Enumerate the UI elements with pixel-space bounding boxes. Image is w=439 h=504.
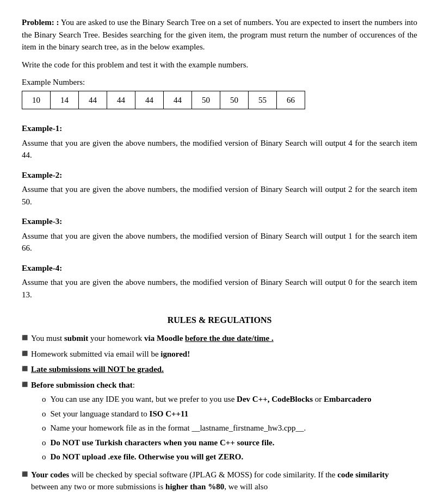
- number-cell: 44: [164, 91, 192, 109]
- example-2-desc: Assume that you are given the above numb…: [22, 183, 417, 208]
- examples-section: Example-1:Assume that you are given the …: [22, 122, 417, 301]
- sub-bullet-icon: o: [42, 437, 46, 449]
- rules-section: RULES & REGULATIONS ⬛You must submit you…: [22, 314, 417, 493]
- rule-item-content: You must submit your homework via Moodle…: [31, 332, 274, 345]
- sub-bullet-icon: o: [42, 408, 46, 420]
- number-cell: 44: [135, 91, 164, 109]
- rule-item-content: Late submissions will NOT be graded.: [31, 363, 164, 376]
- example-4-title: Example-4:: [22, 262, 417, 275]
- example-4: Example-4:Assume that you are given the …: [22, 262, 417, 301]
- number-cell: 44: [79, 91, 107, 109]
- sub-item-2: oSet your language standard to ISO C++11: [42, 408, 372, 420]
- number-cell: 44: [107, 91, 135, 109]
- number-cell: 50: [220, 91, 249, 109]
- rule-item-1: ⬛You must submit your homework via Moodl…: [22, 332, 417, 345]
- sub-item-content: Set your language standard to ISO C++11: [51, 408, 189, 420]
- sub-item-5: oDo NOT upload .exe file. Otherwise you …: [42, 451, 372, 463]
- rule-item-content: Before submission check that:oYou can us…: [31, 379, 372, 465]
- number-cell: 50: [192, 91, 220, 109]
- sub-bullet-icon: o: [42, 451, 46, 463]
- rule-item-content: Your codes will be checked by special so…: [31, 469, 417, 493]
- rules-title: RULES & REGULATIONS: [22, 314, 417, 327]
- example-1: Example-1:Assume that you are given the …: [22, 122, 417, 161]
- sub-item-content: Do NOT upload .exe file. Otherwise you w…: [51, 451, 244, 463]
- sub-item-1: oYou can use any IDE you want, but we pr…: [42, 393, 372, 406]
- rule-item-content: Homework submitted via email will be ign…: [31, 348, 190, 360]
- rule-bullet-icon: ⬛: [22, 471, 28, 478]
- rule-bullet-icon: ⬛: [22, 350, 28, 358]
- sub-item-content: Name your homework file as in the format…: [51, 422, 306, 434]
- example-2-title: Example-2:: [22, 169, 417, 182]
- example-1-desc: Assume that you are given the above numb…: [22, 137, 417, 161]
- problem-body: You are asked to use the Binary Search T…: [22, 18, 417, 51]
- rules-list: ⬛You must submit your homework via Moodl…: [22, 332, 417, 493]
- rule-bullet-icon: ⬛: [22, 334, 28, 342]
- example-3: Example-3:Assume that you are given the …: [22, 215, 417, 254]
- number-cell: 66: [277, 91, 305, 109]
- example-3-title: Example-3:: [22, 215, 417, 228]
- sub-item-content: You can use any IDE you want, but we pre…: [51, 393, 372, 406]
- problem-section: Problem: : You are asked to use the Bina…: [22, 16, 417, 109]
- example-numbers-label: Example Numbers:: [22, 76, 417, 89]
- sub-item-4: oDo NOT use Turkish characters when you …: [42, 437, 372, 449]
- number-cell: 10: [22, 91, 51, 109]
- numbers-row: 10144444444450505566: [22, 91, 305, 109]
- example-1-title: Example-1:: [22, 122, 417, 135]
- numbers-table: 10144444444450505566: [22, 91, 305, 110]
- problem-text: Problem: : You are asked to use the Bina…: [22, 16, 417, 53]
- number-cell: 14: [51, 91, 79, 109]
- rule-item-2: ⬛Homework submitted via email will be ig…: [22, 348, 417, 360]
- rule-item-4: ⬛Before submission check that:oYou can u…: [22, 379, 417, 465]
- number-cell: 55: [249, 91, 277, 109]
- rule-bullet-icon: ⬛: [22, 365, 28, 373]
- sub-list: oYou can use any IDE you want, but we pr…: [31, 393, 372, 463]
- rule-item-3: ⬛Late submissions will NOT be graded.: [22, 363, 417, 376]
- sub-item-content: Do NOT use Turkish characters when you n…: [51, 437, 275, 449]
- sub-bullet-icon: o: [42, 422, 46, 434]
- sub-item-3: oName your homework file as in the forma…: [42, 422, 372, 434]
- example-4-desc: Assume that you are given the above numb…: [22, 276, 417, 301]
- example-2: Example-2:Assume that you are given the …: [22, 169, 417, 208]
- problem-label: Problem: :: [22, 18, 59, 27]
- rule-bullet-icon: ⬛: [22, 381, 28, 389]
- example-3-desc: Assume that you are given the above numb…: [22, 230, 417, 254]
- write-text: Write the code for this problem and test…: [22, 59, 417, 71]
- rule-item-5: ⬛Your codes will be checked by special s…: [22, 469, 417, 493]
- sub-bullet-icon: o: [42, 393, 46, 406]
